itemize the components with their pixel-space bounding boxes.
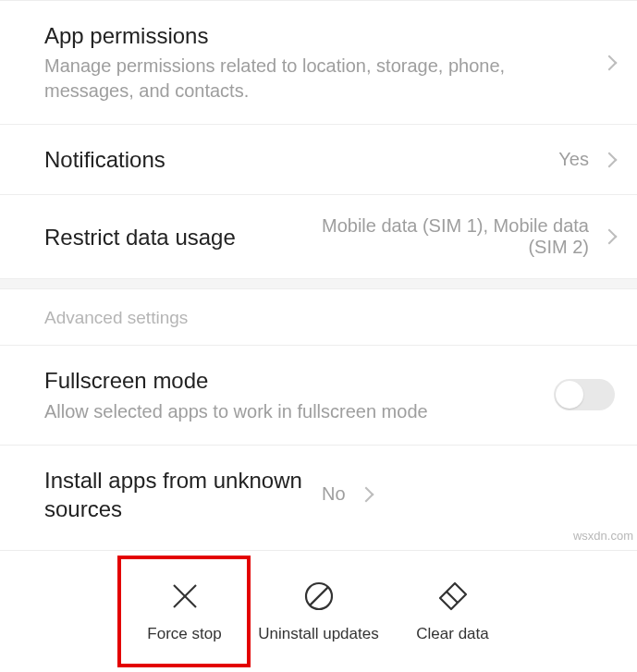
- bottom-action-bar: Force stop Uninstall updates Clear data: [0, 550, 637, 672]
- watermark: wsxdn.com: [573, 529, 633, 543]
- item-title: Notifications: [44, 145, 558, 174]
- close-icon: [168, 580, 202, 613]
- item-content: App permissions Manage permissions relat…: [44, 21, 594, 104]
- action-label: Uninstall updates: [258, 625, 378, 643]
- app-permissions-item[interactable]: App permissions Manage permissions relat…: [0, 0, 637, 125]
- chevron-right-icon: [358, 486, 374, 502]
- item-title: Restrict data usage: [44, 223, 302, 251]
- fullscreen-mode-item[interactable]: Fullscreen mode Allow selected apps to w…: [0, 346, 637, 445]
- eraser-icon: [436, 580, 470, 613]
- uninstall-updates-button[interactable]: Uninstall updates: [251, 561, 386, 663]
- action-label: Clear data: [416, 625, 488, 643]
- notifications-item[interactable]: Notifications Yes: [0, 125, 637, 195]
- chevron-right-icon: [602, 152, 618, 167]
- chevron-right-icon: [602, 55, 618, 70]
- prohibit-icon: [302, 580, 336, 613]
- section-divider: [0, 278, 637, 289]
- item-value: Mobile data (SIM 1), Mobile data (SIM 2): [302, 215, 589, 258]
- settings-list: App permissions Manage permissions relat…: [0, 0, 637, 550]
- item-value: No: [322, 483, 346, 505]
- item-value: Yes: [558, 149, 589, 170]
- item-title: Install apps from unknown sources: [44, 466, 322, 523]
- item-title: Fullscreen mode: [44, 366, 554, 395]
- chevron-right-icon: [602, 229, 618, 245]
- unknown-sources-item[interactable]: Install apps from unknown sources No: [0, 446, 637, 544]
- item-content: Restrict data usage: [44, 223, 302, 251]
- svg-line-4: [447, 592, 458, 603]
- clear-data-button[interactable]: Clear data: [386, 561, 520, 663]
- item-content: Install apps from unknown sources: [44, 466, 322, 523]
- force-stop-button[interactable]: Force stop: [117, 561, 251, 663]
- item-content: Notifications: [44, 145, 558, 174]
- svg-line-3: [310, 587, 328, 605]
- item-subtitle: Allow selected apps to work in fullscree…: [44, 399, 554, 424]
- fullscreen-toggle[interactable]: [554, 379, 615, 410]
- restrict-data-item[interactable]: Restrict data usage Mobile data (SIM 1),…: [0, 195, 637, 278]
- item-title: App permissions: [44, 21, 594, 50]
- advanced-settings-header: Advanced settings: [0, 289, 637, 346]
- action-label: Force stop: [147, 625, 221, 643]
- item-subtitle: Manage permissions related to location, …: [44, 54, 594, 104]
- item-content: Fullscreen mode Allow selected apps to w…: [44, 366, 554, 423]
